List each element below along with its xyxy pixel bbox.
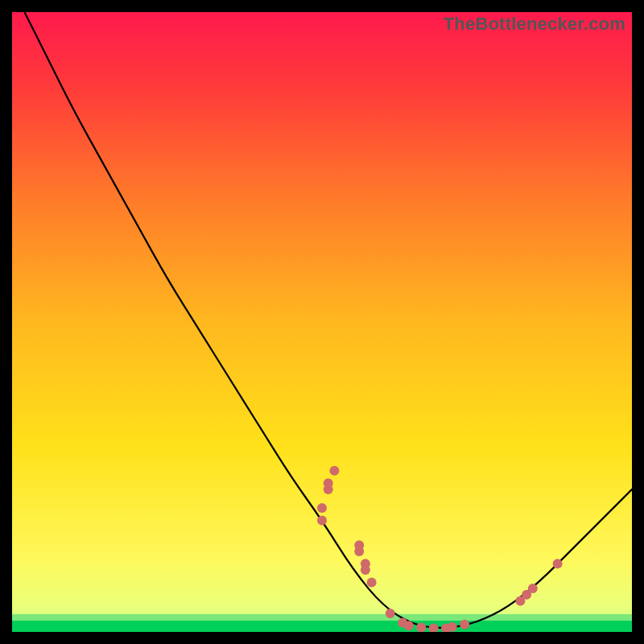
chart-bottom-band: [12, 621, 632, 632]
data-marker: [317, 515, 327, 525]
chart-frame: TheBottlenecker.com: [12, 12, 632, 632]
data-marker: [404, 621, 414, 630]
watermark-text: TheBottlenecker.com: [444, 14, 625, 35]
data-marker: [329, 466, 339, 476]
data-marker: [367, 577, 377, 587]
data-marker: [354, 540, 364, 550]
data-marker: [386, 609, 395, 618]
data-marker: [324, 478, 333, 488]
data-marker: [448, 622, 457, 632]
chart-bottom-band-edge: [12, 614, 632, 621]
data-marker: [317, 503, 327, 513]
data-marker: [460, 620, 469, 630]
data-marker: [528, 584, 538, 593]
data-marker: [553, 559, 563, 568]
data-marker: [361, 559, 370, 568]
chart-svg: [12, 12, 632, 632]
chart-background: [12, 12, 632, 632]
